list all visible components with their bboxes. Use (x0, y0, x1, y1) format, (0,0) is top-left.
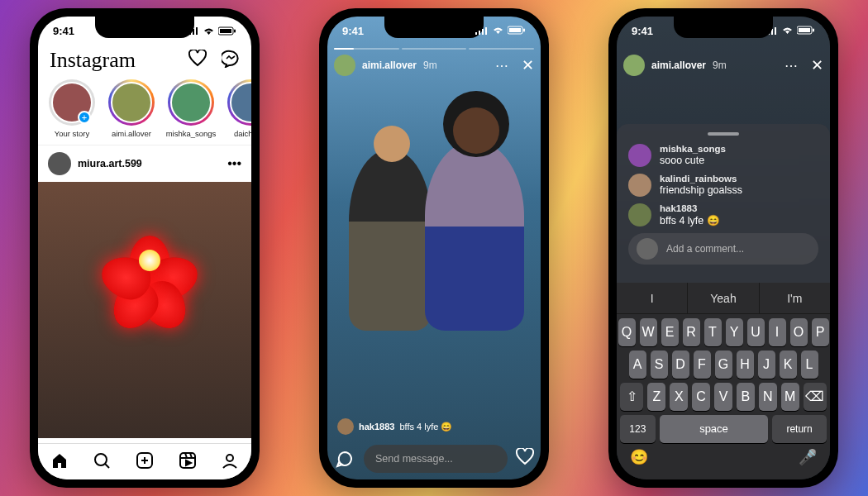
wifi-icon (781, 25, 794, 37)
story-label: Your story (46, 129, 98, 138)
svg-point-16 (227, 455, 233, 461)
key-i[interactable]: I (769, 318, 786, 346)
story-username[interactable]: aimi.allover (651, 60, 706, 71)
tab-create[interactable] (136, 451, 154, 473)
status-indicators (186, 26, 236, 36)
svg-rect-27 (775, 27, 776, 35)
key-f[interactable]: F (694, 351, 711, 379)
sheet-grabber[interactable] (708, 132, 739, 136)
story-media[interactable]: 9:41 aimi.allover 9m ⋯ ✕ (327, 17, 541, 479)
svg-rect-29 (799, 28, 810, 32)
comments-sheet[interactable]: mishka_songssooo cutekalindi_rainbowsfri… (617, 124, 830, 283)
tab-search[interactable] (93, 451, 111, 473)
tab-profile[interactable] (221, 451, 239, 473)
comment-row[interactable]: mishka_songssooo cute (628, 144, 818, 167)
key-o[interactable]: O (790, 318, 808, 346)
key-j[interactable]: J (758, 351, 775, 379)
screen-comments: 9:41 aimi.allover 9m ⋯ ✕ mishka_songssoo… (617, 17, 830, 479)
story-avatar[interactable] (334, 55, 355, 76)
post-username[interactable]: miura.art.599 (78, 158, 221, 169)
status-indicators (475, 25, 526, 37)
story-avatar[interactable] (623, 55, 645, 76)
key-s[interactable]: S (651, 351, 668, 379)
key-h[interactable]: H (737, 351, 754, 379)
key-k[interactable]: K (780, 351, 797, 379)
key-space[interactable]: space (660, 415, 769, 443)
add-story-icon[interactable]: + (78, 111, 91, 124)
keyboard[interactable]: IYeahI'm QWERTYUIOP ASDFGHJKL ⇧ZXCVBNM⌫ … (617, 283, 830, 479)
story-item[interactable]: daichiguy (225, 79, 251, 138)
story-more-icon[interactable]: ⋯ (785, 58, 798, 74)
tab-reels[interactable] (179, 451, 197, 473)
key-g[interactable]: G (715, 351, 732, 379)
key-x[interactable]: X (670, 383, 688, 411)
battery-icon (797, 25, 815, 37)
post-avatar[interactable] (48, 152, 71, 175)
phone-comments: 9:41 aimi.allover 9m ⋯ ✕ mishka_songssoo… (608, 8, 838, 488)
comment-row[interactable]: hak1883bffs 4 lyfe 😄 (628, 203, 818, 227)
key-backspace[interactable]: ⌫ (804, 383, 827, 411)
key-r[interactable]: R (683, 318, 700, 346)
comment-avatar (628, 174, 651, 197)
stories-tray[interactable]: +Your storyaimi.allovermishka_songsdaich… (38, 78, 251, 145)
send-message-placeholder: Send message... (375, 453, 453, 465)
story-label: daichiguy (225, 129, 251, 138)
comment-text: bffs 4 lyfe 😄 (660, 214, 720, 227)
battery-icon (218, 26, 236, 36)
key-n[interactable]: N (759, 383, 777, 411)
key-u[interactable]: U (747, 318, 765, 346)
svg-rect-0 (186, 32, 188, 35)
story-item[interactable]: +Your story (46, 79, 98, 138)
key-return[interactable]: return (772, 415, 827, 443)
story-more-icon[interactable]: ⋯ (495, 58, 508, 74)
suggestion[interactable]: Yeah (688, 283, 759, 313)
key-t[interactable]: T (704, 318, 722, 346)
key-c[interactable]: C (692, 383, 710, 411)
instagram-logo[interactable]: Instagram (50, 48, 136, 73)
key-numbers[interactable]: 123 (620, 415, 656, 443)
comment-row[interactable]: kalindi_rainbowsfriendship goalsss (628, 174, 818, 197)
tab-home[interactable] (50, 451, 69, 473)
status-bar: 9:41 (327, 17, 541, 45)
key-emoji[interactable]: 😊 (630, 448, 648, 466)
key-d[interactable]: D (672, 351, 689, 379)
keyboard-suggestions: IYeahI'm (617, 283, 830, 314)
key-q[interactable]: Q (618, 318, 636, 346)
story-username[interactable]: aimi.allover (362, 60, 417, 71)
svg-line-8 (105, 464, 109, 468)
close-icon[interactable]: ✕ (522, 56, 534, 74)
messenger-icon[interactable] (222, 50, 240, 71)
post-more-icon[interactable]: ••• (227, 156, 241, 171)
key-v[interactable]: V (714, 383, 732, 411)
key-mic[interactable]: 🎤 (799, 448, 817, 466)
activity-icon[interactable] (188, 50, 207, 71)
svg-rect-23 (523, 28, 525, 31)
svg-rect-2 (193, 29, 194, 35)
key-y[interactable]: Y (726, 318, 743, 346)
status-time: 9:41 (632, 25, 653, 37)
add-comment-input[interactable]: Add a comment... (628, 233, 818, 265)
story-item[interactable]: mishka_songs (165, 79, 217, 138)
key-m[interactable]: M (781, 383, 799, 411)
key-w[interactable]: W (640, 318, 657, 346)
key-b[interactable]: B (737, 383, 755, 411)
story-comment-overlay[interactable]: hak1883 bffs 4 lyfe 😄 (337, 418, 452, 435)
comment-icon[interactable] (334, 448, 355, 470)
key-shift[interactable]: ⇧ (620, 383, 643, 411)
story-item[interactable]: aimi.allover (106, 79, 157, 138)
close-icon[interactable]: ✕ (811, 56, 823, 74)
send-message-input[interactable]: Send message... (364, 445, 508, 473)
like-icon[interactable] (516, 448, 534, 470)
svg-rect-1 (189, 31, 191, 35)
key-l[interactable]: L (801, 351, 818, 379)
comment-user: hak1883 (359, 422, 394, 432)
key-a[interactable]: A (629, 351, 646, 379)
suggestion[interactable]: I (617, 283, 688, 313)
key-e[interactable]: E (661, 318, 679, 346)
svg-rect-22 (509, 28, 521, 32)
key-z[interactable]: Z (647, 383, 665, 411)
suggestion[interactable]: I'm (760, 283, 830, 313)
key-p[interactable]: P (812, 318, 829, 346)
post-image[interactable] (38, 182, 251, 438)
story-footer: Send message... (334, 445, 534, 473)
